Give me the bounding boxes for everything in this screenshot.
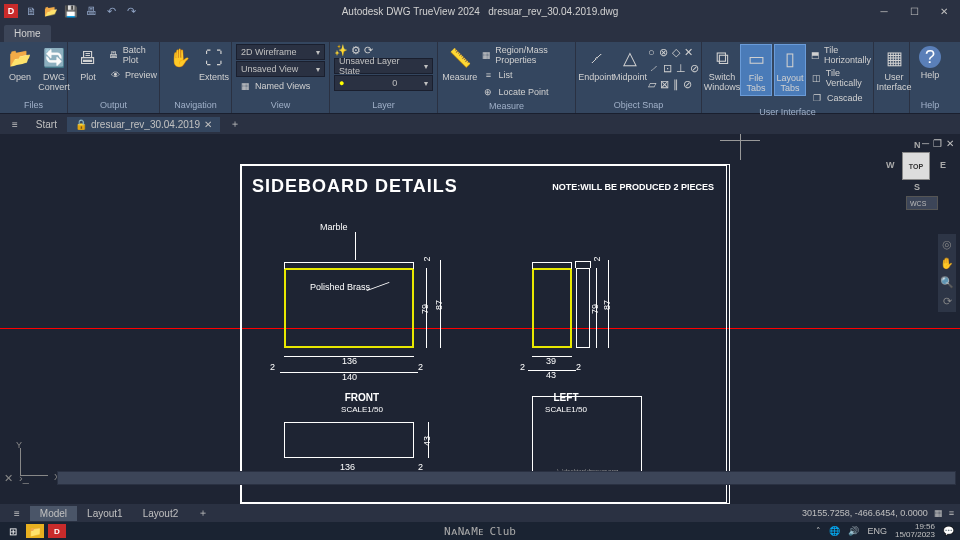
pan-button[interactable]: ✋ — [164, 44, 196, 72]
close-tab-icon[interactable]: ✕ — [204, 119, 212, 130]
status-customize-icon[interactable]: ≡ — [949, 508, 954, 518]
layer-current-dropdown[interactable]: ● 0 — [334, 75, 433, 91]
tray-lang[interactable]: ENG — [867, 526, 887, 536]
viewcube-n[interactable]: N — [914, 140, 921, 150]
named-views-button[interactable]: ▦Named Views — [236, 78, 325, 94]
command-line[interactable]: ✕ ›_ — [4, 470, 956, 486]
layouttabs-icon: ▯ — [778, 47, 802, 71]
layout-tab-1[interactable]: Layout1 — [77, 506, 133, 521]
qat-new-icon[interactable]: 🗎 — [24, 4, 38, 18]
layer-state-dropdown[interactable]: Unsaved Layer State — [334, 58, 433, 74]
dim-87: 87 — [434, 300, 444, 310]
minimize-button[interactable]: ─ — [870, 2, 898, 20]
dwg-convert-button[interactable]: 🔄DWG Convert — [38, 44, 70, 94]
layout-tab-model[interactable]: Model — [30, 506, 77, 521]
nav-zoom-icon[interactable]: 🔍 — [940, 276, 954, 289]
close-button[interactable]: ✕ — [930, 2, 958, 20]
tray-notifications-icon[interactable]: 💬 — [943, 526, 954, 536]
help-button[interactable]: ?Help — [914, 44, 946, 82]
osnap-par-icon[interactable]: ∥ — [673, 78, 679, 91]
drawing-canvas[interactable]: ─ ❐ ✕ N S W E TOP WCS ◎ ✋ 🔍 ⟳ SIDEBOARD … — [0, 134, 960, 504]
viewcube-w[interactable]: W — [886, 160, 895, 170]
nav-wheel-icon[interactable]: ◎ — [942, 238, 952, 251]
tile-vertical-button[interactable]: ◫Tile Vertically — [808, 67, 876, 89]
dim-79: 79 — [420, 304, 430, 314]
osnap-tan-icon[interactable]: ⊘ — [690, 62, 699, 75]
dim-79b: 79 — [590, 304, 600, 314]
view-cube[interactable]: N S W E TOP — [892, 142, 940, 190]
layout-tab-2[interactable]: Layout2 — [133, 506, 189, 521]
folder-icon: 📂 — [8, 46, 32, 70]
plot-button[interactable]: 🖶Plot — [72, 44, 104, 84]
visual-style-dropdown[interactable]: 2D Wireframe — [236, 44, 325, 60]
osnap-midpoint-button[interactable]: △Midpoint — [614, 44, 646, 84]
qat-open-icon[interactable]: 📂 — [44, 4, 58, 18]
doc-close-icon[interactable]: ✕ — [946, 138, 954, 149]
extents-button[interactable]: ⛶Extents — [198, 44, 230, 84]
saved-view-dropdown[interactable]: Unsaved View — [236, 61, 325, 77]
viewcube-s[interactable]: S — [914, 182, 920, 192]
open-button[interactable]: 📂Open — [4, 44, 36, 84]
start-menu-button[interactable]: ⊞ — [4, 524, 22, 538]
panel-label-ui: User Interface — [706, 106, 869, 118]
viewcube-top[interactable]: TOP — [902, 152, 930, 180]
filetab-new-button[interactable]: ＋ — [222, 115, 248, 133]
layout-tabs-toggle[interactable]: ▯Layout Tabs — [774, 44, 806, 96]
cascade-button[interactable]: ❐Cascade — [808, 90, 876, 106]
nav-bar: ◎ ✋ 🔍 ⟳ — [938, 234, 956, 312]
qat-undo-icon[interactable]: ↶ — [104, 4, 118, 18]
tile-horizontal-button[interactable]: ⬒Tile Horizontally — [808, 44, 876, 66]
locate-point-button[interactable]: ⊕Locate Point — [479, 84, 571, 100]
tray-network-icon[interactable]: 🌐 — [829, 526, 840, 536]
switch-windows-button[interactable]: ⧉Switch Windows — [706, 44, 738, 94]
osnap-center-icon[interactable]: ○ — [648, 46, 655, 59]
extents-icon: ⛶ — [202, 46, 226, 70]
measure-button[interactable]: 📏Measure — [442, 44, 477, 84]
dim-43: 43 — [546, 370, 556, 380]
image-placeholder: .\..\desktop\dresuar.png — [532, 396, 642, 476]
viewcube-e[interactable]: E — [940, 160, 946, 170]
app-taskbar-icon[interactable]: D — [48, 524, 66, 538]
tray-volume-icon[interactable]: 🔊 — [848, 526, 859, 536]
file-tabs-toggle[interactable]: ▭File Tabs — [740, 44, 772, 96]
nav-orbit-icon[interactable]: ⟳ — [943, 295, 952, 308]
wcs-badge[interactable]: WCS — [906, 196, 938, 210]
osnap-node-icon[interactable]: ⊗ — [659, 46, 668, 59]
filetab-start[interactable]: Start — [28, 117, 65, 132]
explorer-icon[interactable]: 📁 — [26, 524, 44, 538]
cmdline-close-icon[interactable]: ✕ — [4, 472, 13, 485]
qat-plot-icon[interactable]: 🖶 — [84, 4, 98, 18]
osnap-int-icon[interactable]: ✕ — [684, 46, 693, 59]
osnap-app-icon[interactable]: ⊠ — [660, 78, 669, 91]
tray-clock[interactable]: 19:5615/07/2023 — [895, 523, 935, 539]
osnap-none-icon[interactable]: ⊘ — [683, 78, 692, 91]
maximize-button[interactable]: ☐ — [900, 2, 928, 20]
osnap-quad-icon[interactable]: ◇ — [672, 46, 680, 59]
panel-label-view: View — [236, 99, 325, 111]
ui-panel-button[interactable]: ▦User Interface — [878, 44, 910, 94]
region-icon: ▦ — [481, 48, 492, 62]
qat-save-icon[interactable]: 💾 — [64, 4, 78, 18]
layout-add-button[interactable]: ＋ — [188, 504, 218, 522]
command-input[interactable] — [57, 471, 956, 485]
qat-redo-icon[interactable]: ↷ — [124, 4, 138, 18]
tray-chevron-icon[interactable]: ˄ — [816, 526, 821, 536]
batch-plot-button[interactable]: 🖶Batch Plot — [106, 44, 159, 66]
preview-button[interactable]: 👁Preview — [106, 67, 159, 83]
filetab-document[interactable]: 🔒dresuar_rev_30.04.2019✕ — [67, 117, 220, 132]
region-props-button[interactable]: ▦Region/Mass Properties — [479, 44, 571, 66]
osnap-near-icon[interactable]: ▱ — [648, 78, 656, 91]
layouts-menu-icon[interactable]: ≡ — [4, 506, 30, 521]
app-logo[interactable]: D — [4, 4, 18, 18]
status-coordinates: 30155.7258, -466.6454, 0.0000 — [802, 508, 928, 518]
osnap-ext-icon[interactable]: ⟋ — [648, 62, 659, 75]
status-grid-icon[interactable]: ▦ — [934, 508, 943, 518]
drawing-note: NOTE:WILL BE PRODUCED 2 PIECES — [552, 182, 714, 192]
osnap-ins-icon[interactable]: ⊡ — [663, 62, 672, 75]
osnap-endpoint-button[interactable]: ⟋Endpoint — [580, 44, 612, 84]
osnap-perp-icon[interactable]: ⊥ — [676, 62, 686, 75]
nav-pan-icon[interactable]: ✋ — [940, 257, 954, 270]
tab-home[interactable]: Home — [4, 25, 51, 42]
filetabs-menu-icon[interactable]: ≡ — [4, 117, 26, 132]
list-button[interactable]: ≡List — [479, 67, 571, 83]
